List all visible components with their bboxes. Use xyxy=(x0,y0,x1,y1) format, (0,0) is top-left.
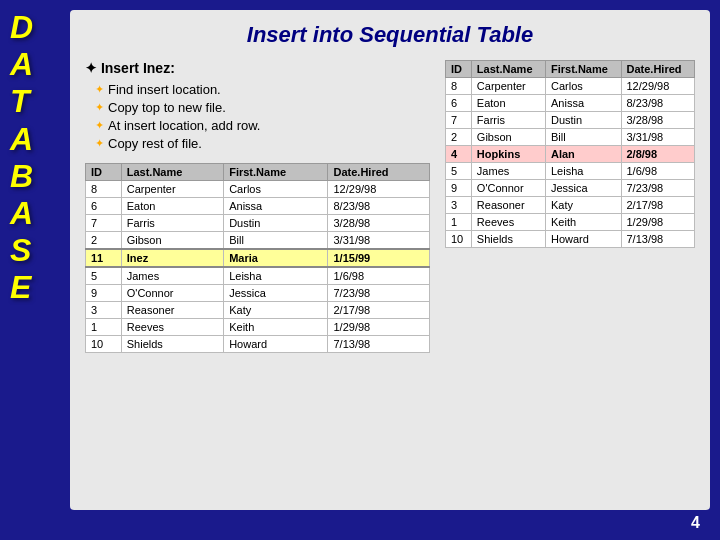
page-title: Insert into Sequential Table xyxy=(85,22,695,48)
insert-step: Find insert location. xyxy=(95,82,430,97)
db-letter: A xyxy=(10,196,33,231)
table-row: 4HopkinsAlan2/8/98 xyxy=(446,146,695,163)
col-id: ID xyxy=(86,164,122,181)
db-letter: T xyxy=(10,84,33,119)
db-letter: E xyxy=(10,270,33,305)
table-row: 7FarrisDustin3/28/98 xyxy=(446,112,695,129)
table-row: 3ReasonerKaty2/17/98 xyxy=(86,302,430,319)
db-letter: B xyxy=(10,159,33,194)
left-panel: ✦ Insert Inez: Find insert location.Copy… xyxy=(85,60,430,353)
table-row: 7FarrisDustin3/28/98 xyxy=(86,215,430,232)
table-row: 6EatonAnissa8/23/98 xyxy=(446,95,695,112)
table-row: 5JamesLeisha1/6/98 xyxy=(86,267,430,285)
insert-step: At insert location, add row. xyxy=(95,118,430,133)
db-letter: D xyxy=(10,10,33,45)
table-row: 10ShieldsHoward7/13/98 xyxy=(86,336,430,353)
insert-steps: Find insert location.Copy top to new fil… xyxy=(95,82,430,151)
col-lastname: Last.Name xyxy=(121,164,223,181)
table-row: 8CarpenterCarlos12/29/98 xyxy=(446,78,695,95)
table-row: 1ReevesKeith1/29/98 xyxy=(446,214,695,231)
db-letter: S xyxy=(10,233,33,268)
db-letters: DATABASE xyxy=(10,10,33,306)
col-datehired: Date.Hired xyxy=(328,164,430,181)
table-row: 2GibsonBill3/31/98 xyxy=(446,129,695,146)
table-row: 1ReevesKeith1/29/98 xyxy=(86,319,430,336)
col-firstname: First.Name xyxy=(224,164,328,181)
right-panel: ID Last.Name First.Name Date.Hired 8Carp… xyxy=(445,60,695,248)
main-content: Insert into Sequential Table ✦ Insert In… xyxy=(70,10,710,510)
table-row: 2GibsonBill3/31/98 xyxy=(86,232,430,250)
page-number: 4 xyxy=(691,514,700,532)
table-row: 10ShieldsHoward7/13/98 xyxy=(446,231,695,248)
final-col-lastname: Last.Name xyxy=(471,61,545,78)
table-row: 9O'ConnorJessica7/23/98 xyxy=(446,180,695,197)
final-col-datehired: Date.Hired xyxy=(621,61,695,78)
table-row: 8CarpenterCarlos12/29/98 xyxy=(86,181,430,198)
table-row: 6EatonAnissa8/23/98 xyxy=(86,198,430,215)
insert-header: ✦ Insert Inez: xyxy=(85,60,430,76)
table-row: 9O'ConnorJessica7/23/98 xyxy=(86,285,430,302)
final-col-firstname: First.Name xyxy=(546,61,622,78)
db-letter: A xyxy=(10,122,33,157)
db-letter: A xyxy=(10,47,33,82)
final-table: ID Last.Name First.Name Date.Hired 8Carp… xyxy=(445,60,695,248)
final-col-id: ID xyxy=(446,61,472,78)
insert-step: Copy rest of file. xyxy=(95,136,430,151)
insert-step: Copy top to new file. xyxy=(95,100,430,115)
table-row: 5JamesLeisha1/6/98 xyxy=(446,163,695,180)
table-row: 3ReasonerKaty2/17/98 xyxy=(446,197,695,214)
new-insert-row: 11InezMaria1/15/99 xyxy=(86,249,430,267)
small-table: ID Last.Name First.Name Date.Hired 8Carp… xyxy=(85,163,430,353)
